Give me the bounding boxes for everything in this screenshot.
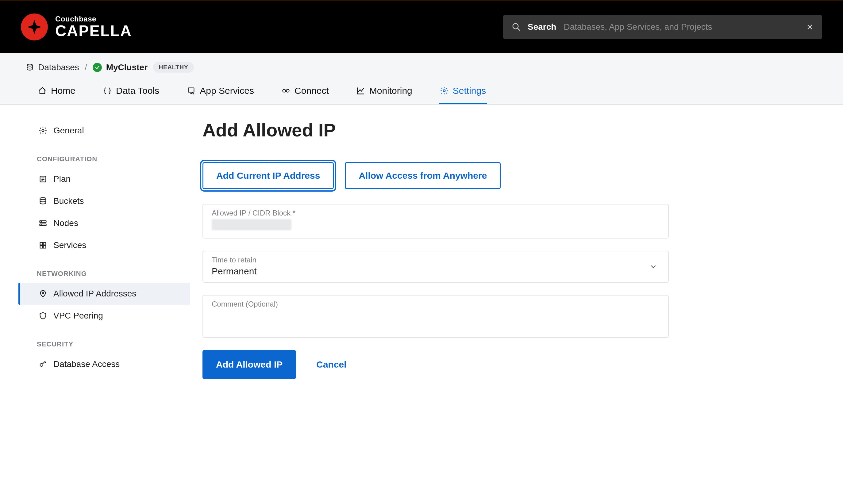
svg-rect-22: [43, 246, 46, 248]
search-label: Search: [528, 22, 556, 32]
add-current-ip-button[interactable]: Add Current IP Address: [203, 162, 334, 189]
search-icon: [512, 22, 521, 32]
tab-label: Monitoring: [369, 86, 412, 96]
sidebar-item-services[interactable]: Services: [18, 234, 190, 256]
pin-icon: [39, 289, 47, 298]
gear-icon: [39, 126, 47, 135]
svg-point-23: [42, 292, 44, 294]
svg-point-4: [27, 64, 32, 66]
global-search[interactable]: Search: [503, 15, 822, 39]
quick-action-row: Add Current IP Address Allow Access from…: [203, 162, 669, 189]
svg-point-7: [286, 89, 289, 92]
svg-line-1: [517, 28, 520, 31]
sidebar-item-label: Allowed IP Addresses: [53, 289, 136, 299]
status-check-icon: [93, 63, 102, 72]
status-badge: HEALTHY: [153, 62, 194, 73]
sidebar-item-label: Nodes: [53, 218, 78, 228]
nodes-icon: [39, 219, 47, 228]
chart-icon: [356, 87, 365, 95]
sidebar-item-vpc-peering[interactable]: VPC Peering: [18, 305, 190, 327]
svg-point-9: [42, 130, 44, 132]
sidebar-item-label: Services: [53, 240, 86, 250]
tab-label: Home: [51, 86, 75, 96]
time-to-retain-field[interactable]: Time to retain Permanent: [203, 251, 669, 283]
comment-label: Comment (Optional): [212, 300, 660, 308]
svg-rect-5: [188, 88, 194, 92]
svg-point-8: [443, 90, 445, 92]
allow-anywhere-button[interactable]: Allow Access from Anywhere: [345, 162, 500, 189]
sidebar-item-database-access[interactable]: Database Access: [18, 353, 190, 375]
grid-icon: [39, 241, 47, 250]
cancel-button[interactable]: Cancel: [314, 359, 348, 370]
sidebar-item-nodes[interactable]: Nodes: [18, 212, 190, 234]
allowed-ip-label: Allowed IP / CIDR Block *: [212, 209, 660, 217]
sidebar-item-general[interactable]: General: [18, 120, 190, 142]
sidebar-item-label: VPC Peering: [53, 311, 103, 321]
subheader: Databases / MyCluster HEALTHY Home Data …: [0, 53, 843, 105]
home-icon: [38, 87, 47, 95]
sidebar-item-plan[interactable]: Plan: [18, 168, 190, 190]
breadcrumb: Databases / MyCluster HEALTHY: [0, 53, 843, 76]
add-allowed-ip-button[interactable]: Add Allowed IP: [203, 350, 296, 379]
main: General CONFIGURATION Plan Buckets Nodes…: [0, 105, 843, 397]
brand-mark-icon: [21, 14, 48, 40]
cluster-tabs: Home Data Tools App Services Connect Mon…: [0, 76, 843, 104]
svg-rect-21: [40, 246, 42, 248]
breadcrumb-root[interactable]: Databases: [26, 62, 79, 72]
device-icon: [187, 87, 195, 95]
sidebar-item-buckets[interactable]: Buckets: [18, 190, 190, 212]
sidebar-item-label: Buckets: [53, 196, 84, 206]
svg-rect-20: [43, 242, 46, 245]
allowed-ip-value-redacted: [212, 219, 292, 230]
tab-label: Data Tools: [116, 86, 159, 96]
top-header: Couchbase CAPELLA Search: [0, 0, 843, 53]
key-icon: [39, 360, 47, 368]
tab-monitoring[interactable]: Monitoring: [355, 86, 414, 104]
sidebar-item-label: General: [53, 126, 84, 136]
time-to-retain-label: Time to retain: [212, 256, 660, 264]
breadcrumb-cluster-label: MyCluster: [106, 62, 147, 72]
settings-sidebar: General CONFIGURATION Plan Buckets Nodes…: [18, 120, 190, 379]
tab-data-tools[interactable]: Data Tools: [102, 86, 160, 104]
database-icon: [39, 197, 47, 205]
list-icon: [39, 175, 47, 183]
svg-point-14: [40, 197, 46, 200]
tab-settings[interactable]: Settings: [439, 86, 487, 104]
svg-point-0: [513, 24, 519, 29]
brand-large: CAPELLA: [55, 23, 132, 39]
tab-label: Connect: [295, 86, 329, 96]
sidebar-group-networking: NETWORKING: [18, 256, 190, 283]
link-icon: [282, 87, 290, 95]
gear-icon: [440, 87, 449, 95]
shield-icon: [39, 311, 47, 320]
svg-point-17: [41, 221, 41, 222]
sidebar-group-security: SECURITY: [18, 327, 190, 353]
sidebar-item-allowed-ip[interactable]: Allowed IP Addresses: [18, 283, 190, 305]
tab-label: App Services: [200, 86, 254, 96]
tab-connect[interactable]: Connect: [280, 86, 330, 104]
braces-icon: [103, 87, 112, 95]
chevron-down-icon: [649, 263, 658, 271]
brand-logo[interactable]: Couchbase CAPELLA: [21, 14, 132, 40]
allowed-ip-field[interactable]: Allowed IP / CIDR Block *: [203, 204, 669, 238]
svg-point-18: [41, 225, 41, 225]
tab-app-services[interactable]: App Services: [186, 86, 255, 104]
breadcrumb-separator: /: [85, 62, 87, 72]
sidebar-item-label: Database Access: [53, 359, 120, 369]
brand-small: Couchbase: [55, 15, 132, 23]
svg-rect-19: [40, 242, 42, 245]
breadcrumb-root-label: Databases: [38, 62, 79, 72]
search-input[interactable]: [563, 22, 800, 32]
breadcrumb-cluster[interactable]: MyCluster: [93, 62, 147, 72]
sidebar-group-configuration: CONFIGURATION: [18, 142, 190, 168]
database-icon: [26, 64, 34, 71]
page-title: Add Allowed IP: [203, 120, 669, 141]
sidebar-item-label: Plan: [53, 174, 71, 184]
clear-search-icon[interactable]: [806, 23, 813, 31]
comment-field[interactable]: Comment (Optional): [203, 295, 669, 338]
time-to-retain-value: Permanent: [212, 266, 660, 276]
tab-home[interactable]: Home: [37, 86, 77, 104]
svg-point-6: [283, 89, 285, 92]
content: Add Allowed IP Add Current IP Address Al…: [203, 120, 669, 379]
svg-point-24: [40, 364, 43, 366]
